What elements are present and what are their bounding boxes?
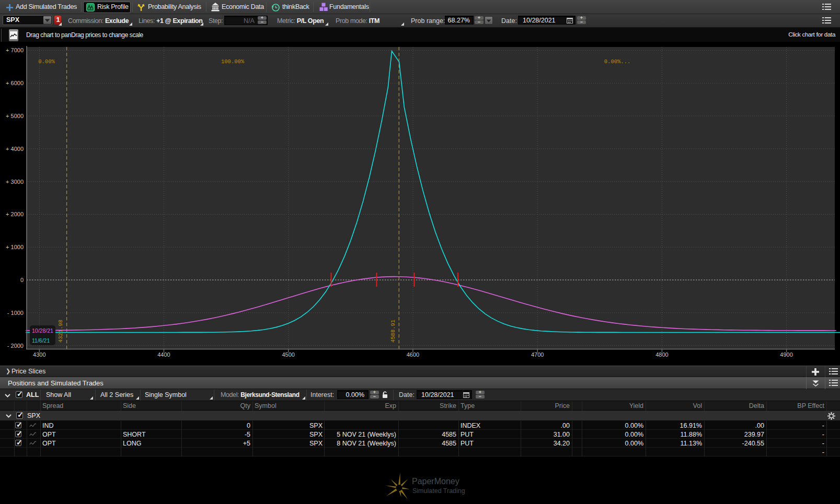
svg-text:0: 0 [20, 277, 24, 283]
svg-text:+ 5000: + 5000 [6, 113, 24, 119]
svg-text:11/6/21: 11/6/21 [32, 337, 50, 344]
svg-text:4900: 4900 [780, 351, 792, 358]
svg-text:0.00%...: 0.00%... [604, 58, 630, 65]
svg-text:4500: 4500 [282, 351, 294, 358]
svg-text:4321.98: 4321.98 [57, 320, 64, 343]
svg-text:+ 4000: + 4000 [6, 146, 24, 152]
svg-text:+ 7000: + 7000 [6, 47, 24, 53]
svg-text:+ 3000: + 3000 [6, 179, 24, 185]
svg-text:4588.91: 4588.91 [390, 320, 396, 343]
svg-text:4700: 4700 [531, 351, 544, 358]
svg-text:0.00%: 0.00% [38, 58, 55, 65]
svg-text:+ 1000: + 1000 [6, 244, 24, 250]
svg-text:- 1000: - 1000 [7, 310, 24, 316]
svg-text:4400: 4400 [157, 351, 170, 358]
svg-text:+ 6000: + 6000 [6, 80, 24, 86]
svg-text:100.00%: 100.00% [221, 58, 245, 65]
svg-text:4600: 4600 [407, 351, 419, 358]
svg-text:10/28/21: 10/28/21 [32, 327, 53, 334]
svg-text:4300: 4300 [33, 351, 45, 358]
svg-text:+ 2000: + 2000 [6, 211, 24, 217]
svg-text:- 2000: - 2000 [7, 343, 24, 349]
svg-text:4800: 4800 [655, 351, 668, 358]
